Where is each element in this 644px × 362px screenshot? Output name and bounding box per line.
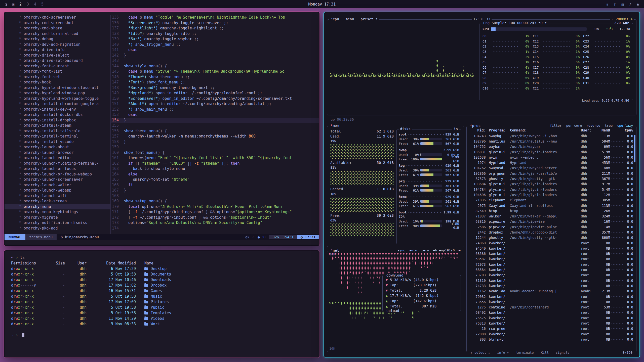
- workspace-3[interactable]: 3: [27, 2, 29, 7]
- file-item[interactable]: * omarchy-drive-info: [5, 47, 110, 53]
- file-item[interactable]: * omarchy-install-vscode: [5, 139, 110, 145]
- file-item[interactable]: * omarchy-notification-dismiss: [5, 220, 110, 226]
- prompt-line-2[interactable]: ~ ›: [11, 332, 312, 338]
- net-opt-auto[interactable]: auto: [409, 248, 417, 252]
- workspace-app-icon[interactable]: ◨: [5, 2, 7, 6]
- file-item[interactable]: * omarchy-launch-floating-terminal-: [5, 161, 110, 166]
- process-row[interactable]: 16rcu_preeroot0B0.0: [467, 326, 636, 331]
- disks-title[interactable]: disks: [399, 127, 412, 131]
- code-buffer[interactable]: 135 case $(menu "Toggle" "▣ Screensaver\…: [111, 15, 319, 234]
- network-icon[interactable]: ⇅: [606, 2, 608, 6]
- process-row[interactable]: 87573ghostty/usr/bin/ghostty --gtk-dhh36…: [467, 176, 636, 181]
- process-row[interactable]: 68584kworker/root0B0.0: [467, 267, 636, 272]
- process-row[interactable]: 79032kworker/root0B0.0: [467, 294, 636, 299]
- proc-opt-cpu-lazy[interactable]: cpu lazy: [617, 124, 633, 127]
- power-icon[interactable]: ◉: [637, 2, 639, 6]
- process-row[interactable]: 1275containe/usr/bin/containerdroot53M0.…: [467, 305, 636, 310]
- file-item[interactable]: * omarchy-install-dropbox: [5, 118, 110, 123]
- process-row[interactable]: 104762swayosd-/usr/bin/swayosd-serverdhh…: [467, 165, 636, 171]
- process-row[interactable]: 105031glycin-i/usr/lib/glycin-loadersdhh…: [467, 149, 636, 155]
- process-row[interactable]: 73656kworker/root0B0.0: [467, 299, 636, 304]
- net-interface[interactable]: ←b enp191s0 n→: [433, 248, 461, 252]
- file-item[interactable]: * omarchy-launch-or-focus-webapp: [5, 172, 110, 177]
- process-row[interactable]: 2586pipewire/usr/bin/pipewire-pulsedhh14…: [467, 224, 636, 230]
- workspace-2[interactable]: 2: [19, 2, 22, 7]
- file-item[interactable]: * omarchy-launch-or-focus: [5, 166, 110, 172]
- file-item[interactable]: * omarchy-install-chromium-google-a: [5, 101, 110, 107]
- process-row[interactable]: 104784glycin-i/usr/lib/glycin-loadersdhh…: [467, 187, 636, 192]
- file-item[interactable]: * omarchy-install-steam: [5, 123, 110, 128]
- process-row[interactable]: 104696glycin-i/usr/lib/glycin-loadersdhh…: [467, 192, 636, 197]
- file-item[interactable]: * omarchy-launch-screensaver: [5, 177, 110, 183]
- process-row[interactable]: 72088kworker/root0B0.0: [467, 331, 636, 337]
- proc-panel-title[interactable]: ⁴proc: [469, 124, 482, 128]
- file-item[interactable]: * omarchy-font-current: [5, 64, 110, 69]
- file-item[interactable]: * omarchy-launch-about: [5, 145, 110, 150]
- file-item[interactable]: * omarchy-hyprland-workspace-toggle: [5, 96, 110, 102]
- net-panel-title[interactable]: ³net: [329, 248, 340, 252]
- proc-opt-per-core[interactable]: per-core: [566, 124, 582, 127]
- file-item[interactable]: * omarchy-menu: [5, 204, 110, 210]
- process-row[interactable]: 68586kworker/root0B0.0: [467, 251, 636, 256]
- file-item[interactable]: * omarchy-menu-keybindings: [5, 209, 110, 215]
- file-item[interactable]: * omarchy-migrate: [5, 215, 110, 220]
- monitor-icon[interactable]: ▤: [622, 2, 624, 6]
- file-item[interactable]: * omarchy-install-docker-dbs: [5, 112, 110, 118]
- process-row[interactable]: 72073kworker/root0B0.0: [467, 262, 636, 267]
- process-row[interactable]: 76575kworker/root0B0.0: [467, 315, 636, 321]
- tab-cpu[interactable]: ¹cpu: [331, 17, 339, 21]
- file-item[interactable]: * omarchy-lock-screen: [5, 199, 110, 204]
- process-row[interactable]: 102866org.gnom/usr/bin/gjs /usr/lib/odhh…: [467, 171, 636, 176]
- file-item[interactable]: * omarchy-hyprland-window-pop: [5, 90, 110, 96]
- file-item[interactable]: * omarchy-cmd-share: [5, 26, 110, 31]
- process-row[interactable]: 104743swaybg/usr/bin/swaybg -i /homdhh13…: [467, 133, 636, 139]
- file-item[interactable]: * omarchy-launch-webapp: [5, 188, 110, 193]
- net-opt-sync[interactable]: sync: [397, 248, 405, 252]
- io-toggle[interactable]: io: [452, 127, 459, 131]
- file-item[interactable]: * omarchy-drive-select: [5, 53, 110, 58]
- process-row[interactable]: 12244ghostty/usr/bin/ghostty --gtk-dhh86…: [467, 235, 636, 240]
- process-row[interactable]: 71835elephantelephantdhh385M0.0: [467, 198, 636, 203]
- file-item[interactable]: * omarchy-cmd-terminal-cwd: [5, 31, 110, 37]
- net-opt-zero[interactable]: zero: [421, 248, 429, 252]
- process-row[interactable]: 74869kworker/root0B0.0: [467, 240, 636, 246]
- file-item[interactable]: * omarchy-dev-add-migration: [5, 42, 110, 48]
- proc-action-Kill[interactable]: Kill: [540, 351, 550, 354]
- process-row[interactable]: 94540kworker/root0B0.0: [467, 246, 636, 251]
- proc-action-terminate[interactable]: terminate: [515, 351, 535, 354]
- proc-opt-reverse[interactable]: reverse: [586, 124, 600, 127]
- process-row[interactable]: 102796nautilus/usr/bin/nautilus --newdhh…: [467, 139, 636, 144]
- file-item[interactable]: * omarchy-install-tailscale: [5, 128, 110, 134]
- tab-menu[interactable]: menu: [346, 17, 354, 21]
- process-row[interactable]: 102638nvimnvim --embed .dhh56M0.0: [467, 155, 636, 160]
- process-row[interactable]: 1974HyprlandHyprlanddhh453M0.0: [467, 160, 636, 165]
- file-item[interactable]: * omarchy-launch-editor: [5, 155, 110, 161]
- workspace-app-icon[interactable]: ▣: [12, 2, 14, 6]
- process-row[interactable]: 68402kworker/root0B0.0: [467, 310, 636, 315]
- proc-scrollbar[interactable]: [634, 135, 635, 162]
- bluetooth-icon[interactable]: ᛒ: [614, 2, 616, 6]
- file-item[interactable]: * omarchy-hook: [5, 80, 110, 85]
- process-row[interactable]: 73703kworker/root0B0.0: [467, 273, 636, 278]
- process-row[interactable]: 74733kworker/root0B0.0: [467, 283, 636, 288]
- process-row[interactable]: 2442dropbox/home/dhh/.dropbox-distdhh357…: [467, 230, 636, 235]
- file-item[interactable]: * omarchy-launch-wifi: [5, 193, 110, 199]
- file-item[interactable]: * omarchy-cmd-screensaver: [5, 15, 110, 20]
- process-row[interactable]: 2075XwaylandXwayland :1 -rootless -dhh11…: [467, 203, 636, 208]
- process-row[interactable]: 81310kworker/root0B0.0: [467, 278, 636, 283]
- volume-icon[interactable]: ♪: [629, 2, 631, 6]
- file-item[interactable]: * omarchy-install-terminal: [5, 134, 110, 139]
- process-row[interactable]: 63816pipewire/usr/bin/pipewiredhh16M0.0: [467, 219, 636, 224]
- process-row[interactable]: 1162avahi-daavahi-daemon: running [avahi…: [467, 289, 636, 294]
- proc-action-signals[interactable]: signals: [554, 351, 571, 354]
- mem-panel-title[interactable]: ²mem: [329, 124, 340, 128]
- workspace-4[interactable]: 4: [34, 2, 36, 7]
- proc-opt-tree[interactable]: tree: [605, 124, 613, 127]
- process-row[interactable]: 71837walker/usr/bin/walker --gappldhh324…: [467, 213, 636, 219]
- tab-preset[interactable]: preset *: [360, 17, 377, 21]
- process-row[interactable]: 803btrfs-trroot0B0.0: [467, 337, 636, 342]
- file-item[interactable]: * omarchy-font-set: [5, 74, 110, 80]
- terminal-window[interactable]: ~ › ls PermissionsSizeUserDate ModifiedN…: [4, 250, 319, 357]
- file-item[interactable]: * omarchy-launch-browser: [5, 150, 110, 156]
- proc-opt-filter[interactable]: filter: [550, 124, 562, 127]
